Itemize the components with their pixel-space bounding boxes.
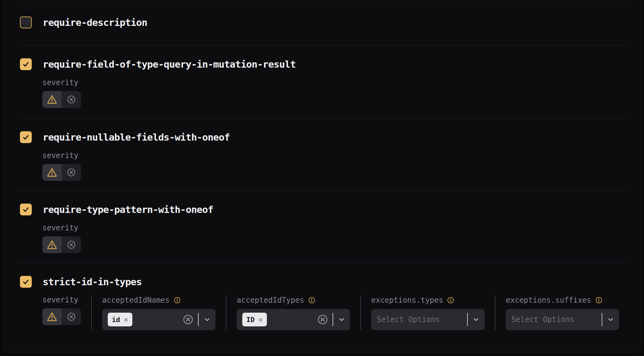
check-icon xyxy=(22,278,30,286)
multiselect-exceptions-suffixes[interactable]: Select Options xyxy=(506,309,619,330)
circle-x-icon xyxy=(67,312,76,321)
select-separator xyxy=(333,313,333,326)
tag-label: id xyxy=(112,316,120,324)
check-icon xyxy=(22,60,30,68)
warning-icon xyxy=(47,167,57,178)
rules-list: require-description require-field-of-typ… xyxy=(4,0,641,352)
dropdown-toggle[interactable] xyxy=(338,315,346,324)
rule-checkbox-checked[interactable] xyxy=(20,276,32,288)
clear-all-button[interactable] xyxy=(317,314,328,325)
severity-toggle-group xyxy=(42,308,81,325)
chevron-down-icon xyxy=(203,315,211,324)
info-icon[interactable] xyxy=(173,296,181,304)
severity-off-button[interactable] xyxy=(62,91,81,108)
selected-tag: id ✕ xyxy=(108,313,132,326)
rule-row-require-description: require-description xyxy=(17,3,629,45)
warning-icon xyxy=(47,239,57,250)
select-separator xyxy=(467,313,468,326)
info-icon[interactable] xyxy=(595,296,603,304)
rule-row-strict-id-in-types: strict-id-in-types severity xyxy=(17,263,629,352)
warning-icon xyxy=(47,94,57,105)
select-separator xyxy=(602,313,602,326)
warning-icon xyxy=(47,311,57,322)
chevron-down-icon xyxy=(472,315,480,324)
remove-tag-icon[interactable]: ✕ xyxy=(258,316,263,323)
select-placeholder: Select Options xyxy=(511,315,574,324)
severity-label: severity xyxy=(42,79,629,87)
dropdown-toggle[interactable] xyxy=(203,315,211,324)
rule-name: require-field-of-type-query-in-mutation-… xyxy=(43,59,296,70)
clear-all-button[interactable] xyxy=(182,314,194,325)
dropdown-toggle[interactable] xyxy=(472,315,480,324)
option-column-exceptions-types: exceptions.types Select Options xyxy=(361,296,495,330)
rule-name: require-nullable-fields-with-oneof xyxy=(43,132,230,143)
severity-column: severity xyxy=(42,296,91,330)
chevron-down-icon xyxy=(338,315,346,324)
option-column-acceptedIdNames: acceptedIdNames id ✕ xyxy=(92,296,226,330)
severity-label: severity xyxy=(42,296,91,304)
select-placeholder: Select Options xyxy=(377,315,440,324)
severity-toggle-group xyxy=(42,91,81,108)
circle-x-icon xyxy=(317,314,328,325)
severity-off-button[interactable] xyxy=(62,164,81,181)
rule-name: strict-id-in-types xyxy=(43,276,142,287)
rule-row-require-field-of-type-query-in-mutation-result: require-field-of-type-query-in-mutation-… xyxy=(17,45,629,118)
severity-label: severity xyxy=(42,224,629,232)
severity-label: severity xyxy=(42,152,629,160)
option-label: exceptions.suffixes xyxy=(506,296,591,305)
rule-checkbox-checked[interactable] xyxy=(20,58,32,70)
selected-tag: ID ✕ xyxy=(242,313,267,326)
rules-panel: require-description require-field-of-typ… xyxy=(4,0,642,352)
rule-checkbox-checked[interactable] xyxy=(20,204,32,215)
check-icon xyxy=(22,206,30,213)
severity-warn-button[interactable] xyxy=(42,308,62,325)
rule-checkbox-checked[interactable] xyxy=(20,131,32,143)
circle-x-icon xyxy=(67,95,76,104)
option-label: acceptedIdTypes xyxy=(237,296,304,305)
select-separator xyxy=(198,313,199,326)
multiselect-acceptedIdNames[interactable]: id ✕ xyxy=(102,309,215,330)
check-icon xyxy=(22,133,30,141)
rule-name: require-description xyxy=(43,17,147,28)
severity-off-button[interactable] xyxy=(62,308,81,325)
rule-name: require-type-pattern-with-oneof xyxy=(43,204,213,215)
severity-warn-button[interactable] xyxy=(42,91,62,108)
severity-toggle-group xyxy=(42,236,81,253)
info-icon[interactable] xyxy=(447,296,454,304)
option-label: exceptions.types xyxy=(371,296,443,305)
info-icon[interactable] xyxy=(308,296,315,304)
tag-label: ID xyxy=(246,316,255,324)
rule-checkbox-unchecked[interactable] xyxy=(20,17,32,28)
severity-off-button[interactable] xyxy=(62,236,81,253)
circle-x-icon xyxy=(67,240,76,249)
severity-toggle-group xyxy=(42,164,81,181)
circle-x-icon xyxy=(182,314,194,325)
circle-x-icon xyxy=(67,168,76,177)
severity-warn-button[interactable] xyxy=(42,236,62,253)
dropdown-toggle[interactable] xyxy=(607,315,615,324)
option-label: acceptedIdNames xyxy=(102,296,170,305)
rule-row-require-nullable-fields-with-oneof: require-nullable-fields-with-oneof sever… xyxy=(17,118,629,190)
option-column-exceptions-suffixes: exceptions.suffixes Select Options xyxy=(495,296,629,330)
chevron-down-icon xyxy=(607,315,615,324)
rule-row-require-type-pattern-with-oneof: require-type-pattern-with-oneof severity xyxy=(17,190,629,263)
severity-warn-button[interactable] xyxy=(42,164,62,181)
multiselect-acceptedIdTypes[interactable]: ID ✕ xyxy=(237,309,350,330)
remove-tag-icon[interactable]: ✕ xyxy=(124,316,128,323)
rule-options-row: severity acceptedIdNames xyxy=(42,296,629,330)
option-column-acceptedIdTypes: acceptedIdTypes ID ✕ xyxy=(226,296,360,330)
multiselect-exceptions-types[interactable]: Select Options xyxy=(371,309,485,330)
